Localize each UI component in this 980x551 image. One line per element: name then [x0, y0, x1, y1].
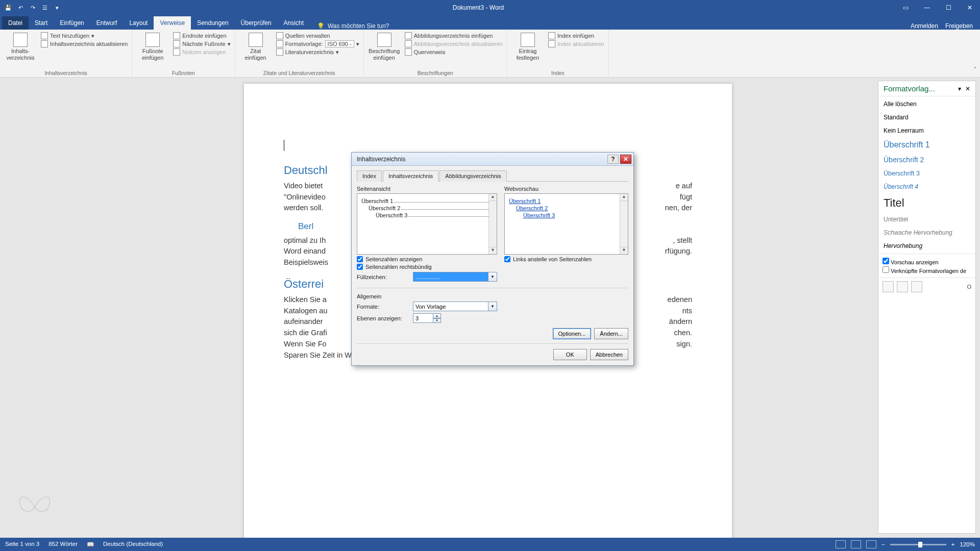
- status-word-count[interactable]: 852 Wörter: [48, 541, 78, 548]
- formats-combo[interactable]: ▼: [413, 302, 497, 311]
- web-layout-icon[interactable]: [866, 540, 876, 548]
- spinner-up-icon[interactable]: ▲: [433, 313, 441, 318]
- dialog-tab-index[interactable]: Index: [357, 170, 382, 182]
- status-bar: Seite 1 von 3 852 Wörter 📖 Deutsch (Deut…: [0, 538, 980, 551]
- right-align-checkbox[interactable]: Seitenzahlen rechtsbündig: [357, 264, 497, 270]
- dialog-tabs: Index Inhaltsverzeichnis Abbildungsverze…: [357, 170, 628, 182]
- zoom-in-icon[interactable]: +: [951, 541, 955, 547]
- dialog-title: Inhaltsverzeichnis: [357, 156, 405, 163]
- tab-leader-combo[interactable]: ▼: [413, 272, 497, 282]
- web-preview-link: Überschrift 1: [509, 198, 624, 204]
- show-levels-label: Ebenen anzeigen:: [357, 315, 409, 321]
- status-language[interactable]: Deutsch (Deutschland): [103, 541, 163, 548]
- cancel-button[interactable]: Abbrechen: [590, 349, 628, 360]
- print-preview-label: Seitenansicht: [357, 186, 497, 192]
- print-layout-icon[interactable]: [851, 540, 861, 548]
- web-preview-label: Webvorschau: [504, 186, 628, 192]
- preview-line: Überschrift 1: [361, 198, 393, 204]
- scroll-up-icon[interactable]: ▲: [620, 194, 628, 201]
- use-hyperlinks-checkbox[interactable]: Links anstelle von Seitenzahlen: [504, 256, 628, 262]
- toc-dialog: Inhaltsverzeichnis ? ✕ Index Inhaltsverz…: [351, 152, 634, 366]
- chevron-down-icon[interactable]: ▼: [488, 272, 497, 282]
- scroll-down-icon[interactable]: ▼: [489, 247, 497, 254]
- dialog-titlebar[interactable]: Inhaltsverzeichnis ? ✕: [352, 153, 633, 166]
- preview-scrollbar[interactable]: ▲▼: [620, 194, 628, 254]
- preview-line: Überschrift 3: [376, 212, 407, 218]
- chevron-down-icon[interactable]: ▼: [488, 302, 497, 311]
- tab-leader-label: Füllzeichen:: [357, 274, 409, 280]
- status-spellcheck-icon[interactable]: 📖: [87, 541, 94, 548]
- general-section-label: Allgemein: [357, 293, 628, 299]
- show-page-numbers-checkbox[interactable]: Seitenzahlen anzeigen: [357, 256, 497, 262]
- zoom-level[interactable]: 120%: [960, 541, 975, 547]
- dialog-tab-tof[interactable]: Abbildungsverzeichnis: [439, 170, 506, 182]
- show-levels-spinner[interactable]: ▲▼: [413, 313, 441, 323]
- formats-label: Formate:: [357, 304, 409, 310]
- scroll-down-icon[interactable]: ▼: [620, 247, 628, 254]
- zoom-out-icon[interactable]: −: [881, 541, 885, 547]
- zoom-slider[interactable]: [890, 544, 946, 545]
- preview-scrollbar[interactable]: ▲▼: [488, 194, 497, 254]
- status-page[interactable]: Seite 1 von 3: [5, 541, 39, 548]
- scroll-up-icon[interactable]: ▲: [489, 194, 497, 201]
- web-preview-box: Überschrift 1 Überschrift 2 Überschrift …: [504, 193, 628, 255]
- options-button[interactable]: Optionen...: [553, 328, 592, 339]
- dialog-close-icon[interactable]: ✕: [620, 155, 631, 164]
- dialog-backdrop: Inhaltsverzeichnis ? ✕ Index Inhaltsverz…: [0, 0, 980, 551]
- dialog-tab-toc[interactable]: Inhaltsverzeichnis: [383, 170, 438, 182]
- modify-button[interactable]: Ändern...: [594, 328, 628, 339]
- ok-button[interactable]: OK: [553, 349, 587, 360]
- web-preview-link: Überschrift 2: [509, 205, 624, 211]
- dialog-help-icon[interactable]: ?: [607, 155, 619, 164]
- spinner-down-icon[interactable]: ▼: [433, 318, 441, 323]
- read-mode-icon[interactable]: [836, 540, 846, 548]
- preview-line: Überschrift 2: [369, 205, 400, 211]
- web-preview-link: Überschrift 3: [509, 212, 624, 218]
- print-preview-box: Überschrift 11 Überschrift 23 Überschrif…: [357, 193, 497, 255]
